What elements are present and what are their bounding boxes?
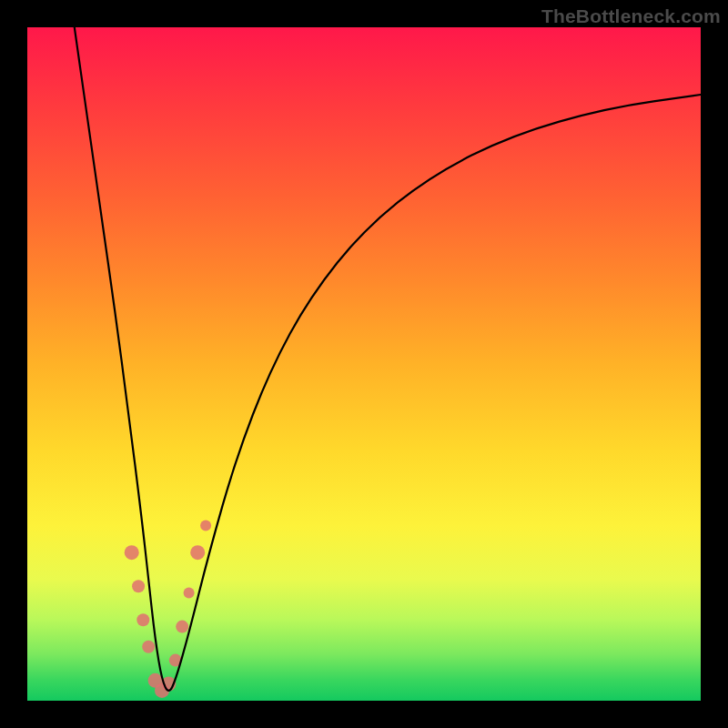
dot-left-mid2 [136, 613, 149, 626]
dot-right-mid2 [184, 588, 195, 599]
dot-left-low [142, 641, 155, 653]
dot-left-upper [125, 545, 139, 560]
chart-frame: TheBottleneck.com [0, 0, 728, 728]
watermark-text: TheBottleneck.com [541, 5, 721, 27]
dot-right-upper [190, 545, 205, 560]
plot-area [27, 27, 701, 701]
markers-group [125, 521, 211, 698]
dot-right-upper2 [200, 521, 211, 531]
dot-right-mid1 [176, 621, 188, 633]
dot-left-mid1 [132, 580, 145, 592]
bottleneck-curve [75, 27, 701, 691]
chart-svg [27, 27, 701, 701]
